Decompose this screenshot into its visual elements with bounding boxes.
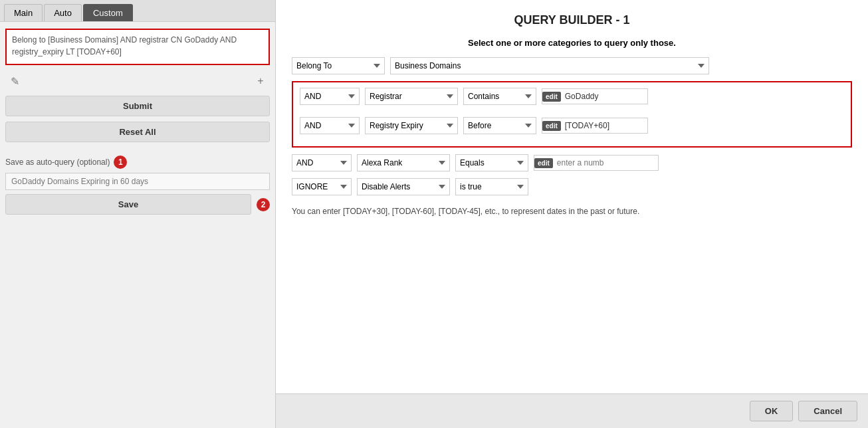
dialog-title: QUERY BUILDER - 1 xyxy=(292,13,852,27)
icon-row: ✎ + xyxy=(0,69,275,93)
highlighted-condition-group: AND Registrar Contains edit GoDaddy AND xyxy=(292,81,852,148)
alexa-edit-badge[interactable]: edit xyxy=(534,158,553,168)
alexa-operator-select[interactable]: AND xyxy=(292,154,352,171)
save-btn-row: Save 2 xyxy=(5,194,270,215)
disable-alerts-field-select[interactable]: Disable Alerts xyxy=(357,178,450,195)
registrar-value-box: edit GoDaddy xyxy=(542,88,648,104)
belong-to-operator-select[interactable]: Belong To xyxy=(292,57,385,74)
left-panel: Main Auto Custom Belong to [Business Dom… xyxy=(0,0,276,428)
dialog-subtitle: Select one or more categories to query o… xyxy=(292,38,852,48)
ok-button[interactable]: OK xyxy=(750,401,794,421)
registry-expiry-condition-select[interactable]: Before xyxy=(463,117,536,134)
disable-alerts-condition-select[interactable]: is true xyxy=(455,178,528,195)
query-text-display: Belong to [Business Domains] AND registr… xyxy=(5,29,270,65)
belong-to-value-select[interactable]: Business Domains xyxy=(390,57,709,74)
save-button[interactable]: Save xyxy=(5,194,251,215)
auto-query-name-input[interactable] xyxy=(5,173,270,190)
submit-button[interactable]: Submit xyxy=(5,96,270,116)
alexa-field-select[interactable]: Alexa Rank xyxy=(357,154,450,171)
alexa-value-input[interactable] xyxy=(556,156,658,170)
badge-2: 2 xyxy=(257,198,270,211)
alexa-condition-select[interactable]: Equals xyxy=(455,154,528,171)
disable-alerts-operator-select[interactable]: IGNORE xyxy=(292,178,352,195)
edit-icon-button[interactable]: ✎ xyxy=(5,72,24,90)
registry-expiry-value-box: edit [TODAY+60] xyxy=(542,118,648,134)
registry-expiry-field-select[interactable]: Registry Expiry xyxy=(365,117,458,134)
registry-expiry-operator-select[interactable]: AND xyxy=(300,117,360,134)
reset-button[interactable]: Reset All xyxy=(5,122,270,142)
disable-alerts-row: IGNORE Disable Alerts is true xyxy=(292,178,852,195)
alexa-rank-row: AND Alexa Rank Equals edit xyxy=(292,154,852,171)
registry-expiry-value: [TODAY+60] xyxy=(564,118,647,133)
tab-auto[interactable]: Auto xyxy=(44,4,82,21)
belong-to-row: Belong To Business Domains xyxy=(292,57,852,74)
registrar-field-select[interactable]: Registrar xyxy=(365,88,458,105)
right-panel: QUERY BUILDER - 1 Select one or more cat… xyxy=(276,0,868,428)
cancel-button[interactable]: Cancel xyxy=(798,401,857,421)
registrar-condition-select[interactable]: Contains xyxy=(463,88,536,105)
save-label: Save as auto-query (optional) 1 xyxy=(5,156,270,169)
registry-expiry-edit-badge[interactable]: edit xyxy=(542,121,561,131)
bottom-bar: OK Cancel xyxy=(276,393,868,428)
tab-custom[interactable]: Custom xyxy=(83,4,133,21)
add-icon-button[interactable]: + xyxy=(251,72,270,90)
dialog-content: QUERY BUILDER - 1 Select one or more cat… xyxy=(276,0,868,393)
registrar-row: AND Registrar Contains edit GoDaddy xyxy=(300,88,844,105)
registry-expiry-row: AND Registry Expiry Before edit [TODAY+6… xyxy=(300,117,844,134)
registrar-operator-select[interactable]: AND xyxy=(300,88,360,105)
badge-1: 1 xyxy=(114,156,127,169)
tab-main[interactable]: Main xyxy=(4,4,43,21)
registrar-edit-badge[interactable]: edit xyxy=(542,92,561,102)
save-section: Save as auto-query (optional) 1 Save 2 xyxy=(0,156,275,215)
tabs: Main Auto Custom xyxy=(0,0,275,22)
help-text: You can enter [TODAY+30], [TODAY-60], [T… xyxy=(292,205,852,218)
registrar-value: GoDaddy xyxy=(564,89,647,104)
alexa-value-box: edit xyxy=(534,155,659,171)
